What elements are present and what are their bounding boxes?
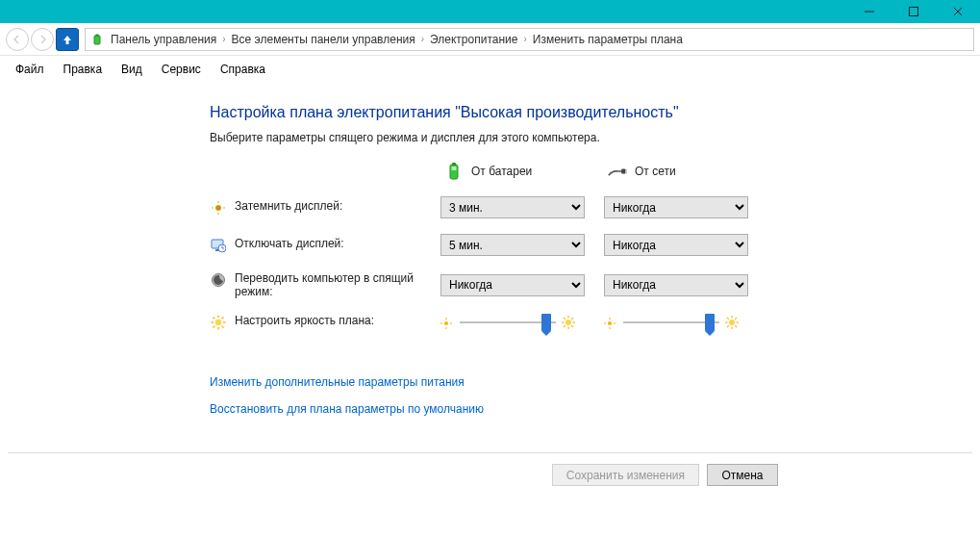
menu-help[interactable]: Справка (213, 59, 273, 80)
svg-line-45 (571, 318, 573, 320)
navigation-bar: Панель управления › Все элементы панели … (0, 23, 980, 56)
menu-view[interactable]: Вид (113, 59, 150, 80)
page-title: Настройка плана электропитания "Высокая … (210, 104, 980, 121)
svg-rect-4 (94, 36, 100, 44)
bright-plugged-cell (604, 314, 758, 331)
forward-button[interactable] (31, 28, 54, 51)
svg-point-52 (729, 320, 735, 325)
svg-rect-5 (96, 34, 99, 36)
svg-line-59 (735, 318, 737, 320)
svg-line-29 (214, 318, 215, 320)
save-button: Сохранить изменения (552, 464, 699, 486)
cancel-button[interactable]: Отмена (707, 464, 778, 486)
sun-large-icon (562, 316, 575, 329)
minimize-button[interactable] (847, 0, 892, 23)
sun-icon (210, 314, 227, 331)
settings-grid: От батареи От сети Затемнить дисплей: 1 … (210, 162, 980, 331)
row-label-bright: Настроить яркость плана: (210, 314, 431, 331)
column-label: От сети (635, 165, 676, 178)
menu-bar: Файл Правка Вид Сервис Справка (0, 56, 980, 83)
sun-large-icon (725, 316, 739, 329)
off-plugged-select[interactable]: 1 мин.2 мин.3 мин.5 мин.10 мин.15 мин.20… (604, 234, 748, 256)
column-label: От батареи (471, 165, 532, 178)
svg-line-60 (727, 325, 729, 327)
footer-separator (8, 452, 972, 453)
sleep-battery-select[interactable]: 1 мин.2 мин.3 мин.5 мин.10 мин.15 мин.20… (440, 274, 585, 296)
column-header-battery: От батареи (440, 162, 594, 181)
maximize-button[interactable] (892, 0, 936, 23)
footer-buttons: Сохранить изменения Отмена (552, 464, 778, 486)
link-restore[interactable]: Восстановить для плана параметры по умол… (210, 402, 980, 416)
svg-point-24 (215, 320, 221, 325)
breadcrumb-item[interactable]: Все элементы панели управления (232, 33, 415, 46)
svg-line-43 (564, 318, 565, 320)
svg-rect-7 (452, 163, 456, 166)
svg-point-33 (444, 321, 448, 325)
row-label-text: Переводить компьютер в спящий режим: (235, 271, 417, 298)
sun-dim-icon (210, 199, 227, 217)
svg-rect-8 (452, 166, 457, 170)
plug-icon (608, 162, 627, 181)
chevron-right-icon: › (523, 34, 526, 44)
svg-line-31 (222, 318, 224, 320)
up-button[interactable] (56, 28, 79, 51)
svg-line-30 (222, 326, 224, 328)
svg-line-44 (571, 325, 573, 327)
bright-battery-cell (440, 314, 594, 331)
svg-point-38 (565, 320, 571, 325)
back-button[interactable] (6, 28, 29, 51)
row-label-text: Настроить яркость плана: (235, 314, 374, 327)
address-bar[interactable]: Панель управления › Все элементы панели … (85, 28, 974, 51)
svg-line-46 (564, 325, 565, 327)
breadcrumb-item[interactable]: Панель управления (111, 33, 216, 46)
sleep-plugged-select[interactable]: 1 мин.2 мин.3 мин.5 мин.10 мин.15 мин.20… (604, 274, 748, 296)
svg-line-32 (214, 326, 215, 328)
svg-rect-9 (621, 169, 625, 174)
dim-battery-select[interactable]: 1 мин.2 мин.3 мин.5 мин.10 мин.15 мин.20… (440, 196, 585, 218)
monitor-clock-icon (210, 237, 227, 254)
breadcrumb-item[interactable]: Электропитание (430, 33, 517, 46)
battery-icon (444, 162, 464, 181)
page-subtitle: Выберите параметры спящего режима и дисп… (210, 131, 980, 144)
chevron-right-icon: › (421, 34, 424, 44)
content-area: Настройка плана электропитания "Высокая … (0, 83, 980, 416)
links-block: Изменить дополнительные параметры питани… (210, 375, 980, 416)
sun-small-icon (604, 316, 617, 329)
menu-service[interactable]: Сервис (154, 59, 209, 80)
chevron-right-icon: › (222, 34, 225, 44)
row-label-off: Отключать дисплей: (210, 237, 431, 254)
row-label-dim: Затемнить дисплей: (210, 199, 431, 217)
row-label-text: Отключать дисплей: (235, 237, 344, 250)
svg-line-58 (735, 325, 737, 327)
sun-small-icon (440, 316, 454, 329)
link-advanced[interactable]: Изменить дополнительные параметры питани… (210, 375, 980, 389)
svg-point-47 (608, 321, 612, 325)
bright-battery-slider[interactable] (460, 314, 556, 331)
breadcrumb-item[interactable]: Изменить параметры плана (533, 33, 683, 46)
svg-line-57 (727, 318, 729, 320)
bright-plugged-slider[interactable] (623, 314, 719, 331)
row-label-text: Затемнить дисплей: (235, 199, 342, 213)
dim-plugged-select[interactable]: 1 мин.2 мин.3 мин.5 мин.10 мин.15 мин.20… (604, 196, 748, 218)
off-battery-select[interactable]: 1 мин.2 мин.3 мин.5 мин.10 мин.15 мин.20… (440, 234, 585, 256)
close-button[interactable] (936, 0, 980, 23)
row-label-sleep: Переводить компьютер в спящий режим: (210, 271, 431, 298)
menu-file[interactable]: Файл (8, 59, 52, 80)
column-header-plugged: От сети (604, 162, 758, 181)
title-bar (0, 0, 980, 23)
battery-icon (89, 32, 105, 47)
svg-rect-1 (910, 8, 918, 16)
moon-icon (210, 271, 227, 289)
svg-point-17 (216, 205, 221, 210)
menu-edit[interactable]: Правка (56, 59, 111, 80)
